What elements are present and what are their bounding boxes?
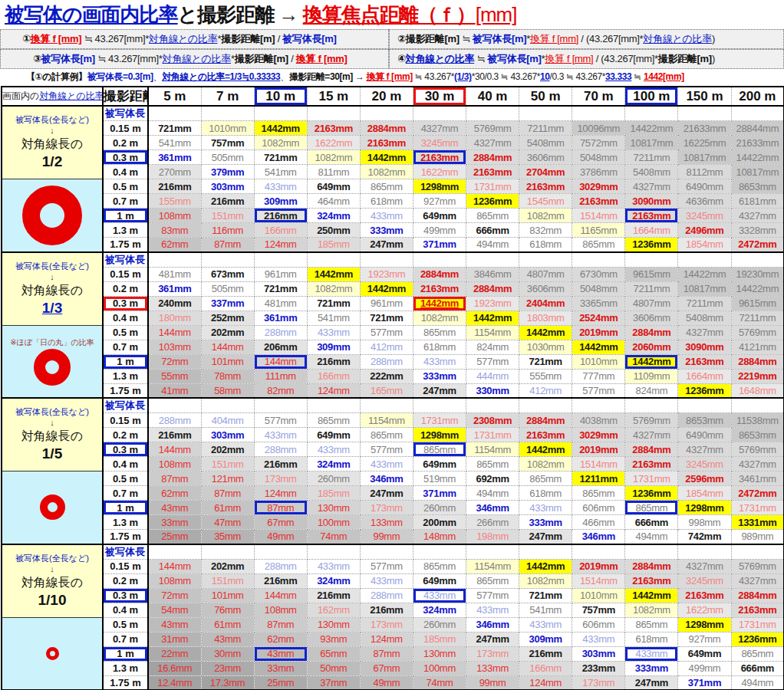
length-row-header: 0.5 m <box>103 472 148 486</box>
f-value-cell: 12.4mm <box>148 675 201 690</box>
formula4-seg-5[interactable]: 換算 f [mm] <box>545 53 593 64</box>
f-value-cell: 541mm <box>519 603 572 617</box>
f-value-cell: 151mm <box>201 573 254 588</box>
empty-cell <box>254 106 307 121</box>
f-value-cell: 216mm <box>148 428 201 442</box>
f-value-cell: 361mm <box>148 150 201 165</box>
example-seg-9[interactable]: (1/3) <box>454 71 472 82</box>
f-value-cell: 1923mm <box>466 296 519 310</box>
f-value-cell: 3786mm <box>572 165 625 179</box>
f-value-cell: 202mm <box>201 559 254 573</box>
f-value-cell: 330mm <box>466 383 519 398</box>
f-value-cell: 832mm <box>519 223 572 238</box>
f-value-cell: 74mm <box>413 675 466 690</box>
f-value-cell: 31mm <box>148 632 201 646</box>
f-value-cell: 87mm <box>254 501 307 515</box>
f-value-cell: 87mm <box>148 472 201 486</box>
length-row-header: 1.75 m <box>103 530 148 544</box>
group-label-1/5: 被写体長(全長など)↓対角線長の1/5 <box>2 398 103 472</box>
title-seg-0[interactable]: 被写体の画面内比率 <box>5 3 178 26</box>
f-value-cell: 433mm <box>625 646 678 661</box>
diagonal-label: 対角線長の <box>2 282 102 299</box>
f-value-cell: 577mm <box>254 413 307 428</box>
example-seg-11[interactable]: 10 <box>540 71 550 82</box>
formula4-seg-1[interactable]: 対角線との比率 <box>406 53 475 64</box>
example-seg-15[interactable]: 1442[mm] <box>644 71 684 82</box>
f-value-cell: 1082mm <box>307 281 360 296</box>
formula2-seg-8: ) <box>712 33 715 44</box>
f-value-cell: 5769mm <box>731 325 784 340</box>
f-value-cell: 6490mm <box>678 428 731 442</box>
f-value-cell: 216mm <box>201 194 254 209</box>
f-value-cell: 4327mm <box>678 325 731 340</box>
formula4-seg-3[interactable]: 被写体長[m] <box>487 53 541 64</box>
formula2-seg-3[interactable]: 被写体長[m] <box>473 33 526 44</box>
subject-label: 被写体長(全長など) <box>2 406 102 418</box>
f-value-cell: 1442mm <box>413 296 466 310</box>
f-value-cell: 247mm <box>519 530 572 544</box>
f-value-cell: 3245mm <box>413 136 466 150</box>
formula1-seg-1[interactable]: 換算 f [mm] <box>31 33 82 44</box>
formula3-seg-1[interactable]: 被写体長[m] <box>41 53 95 64</box>
subject-label: 被写体長(全長など) <box>2 553 102 564</box>
f-value-cell: 173mm <box>572 675 625 690</box>
f-value-cell: 606mm <box>572 501 625 515</box>
f-value-cell: 3245mm <box>678 573 731 588</box>
formula3-seg-3[interactable]: 対角線との比率 <box>162 53 231 64</box>
f-value-cell: 9615mm <box>731 296 784 310</box>
f-value-cell: 43mm <box>254 646 307 661</box>
f-value-cell: 433mm <box>360 209 413 223</box>
empty-cell <box>519 544 572 560</box>
f-value-cell: 25mm <box>254 675 307 690</box>
formula3-seg-7[interactable]: 換算 f [mm] <box>296 53 348 64</box>
formula1-seg-0: ① <box>22 33 31 44</box>
length-row-header: 0.5 m <box>103 617 148 632</box>
f-value-cell: 2524mm <box>572 310 625 325</box>
f-value-cell: 7211mm <box>731 310 784 325</box>
f-value-cell: 288mm <box>148 413 201 428</box>
hinomaru-note: ※ほぼ「日の丸」の比率 <box>10 337 94 347</box>
formula-4: ④対角線との比率 ≒ 被写体長[m]*換算 f [mm] / (43.267[m… <box>389 49 784 69</box>
formula2-seg-7[interactable]: 対角線との比率 <box>643 33 712 44</box>
f-value-cell: 58mm <box>201 383 254 398</box>
f-value-cell: 7572mm <box>572 136 625 150</box>
example-seg-3[interactable]: 対角線との比率=1/3≒0.33333 <box>162 71 280 82</box>
title-seg-4[interactable]: 換算焦点距離（ｆ） <box>303 3 476 26</box>
f-value-cell: 433mm <box>413 354 466 369</box>
f-value-cell: 206mm <box>254 340 307 354</box>
example-seg-1[interactable]: 被写体長=0.3[m] <box>87 71 153 82</box>
length-row-header: 1.75 m <box>103 675 148 690</box>
diagonal-ratio-link[interactable]: 対角線との比率 <box>39 90 103 101</box>
formula1-seg-7[interactable]: 被写体長[m] <box>282 33 336 44</box>
f-value-cell: 433mm <box>254 428 307 442</box>
empty-cell <box>413 398 466 413</box>
example-seg-13[interactable]: 33.333 <box>605 71 631 82</box>
f-value-cell: 324mm <box>307 573 360 588</box>
formula2-seg-5[interactable]: 換算 f [mm] <box>530 33 578 44</box>
f-value-cell: 10817mm <box>678 281 731 296</box>
down-arrow-icon: ↓ <box>2 418 102 428</box>
length-row-header: 0.3 m <box>103 150 148 165</box>
empty-cell <box>625 252 678 268</box>
formula1-seg-3[interactable]: 対角線との比率 <box>149 33 218 44</box>
example-seg-12: /0.3 ≒ 43.267* <box>550 71 606 82</box>
formula-3: ③被写体長[m] ≒ 43.267[mm]*対角線との比率*撮影距離[m] / … <box>0 49 389 69</box>
example-seg-7[interactable]: 換算 f [mm] <box>366 71 412 82</box>
f-value-cell: 216mm <box>148 179 201 194</box>
f-value-cell: 151mm <box>201 457 254 472</box>
title-seg-5[interactable]: [mm] <box>476 3 517 26</box>
f-value-cell: 288mm <box>360 354 413 369</box>
f-value-cell: 7211mm <box>678 296 731 310</box>
f-value-cell: 865mm <box>307 413 360 428</box>
f-value-cell: 721mm <box>307 296 360 310</box>
f-value-cell: 288mm <box>360 588 413 603</box>
empty-cell <box>519 106 572 121</box>
f-value-cell: 37mm <box>307 675 360 690</box>
f-value-cell: 433mm <box>360 457 413 472</box>
f-value-cell: 14422mm <box>731 150 784 165</box>
length-row-header: 0.5 m <box>103 325 148 340</box>
distance-header-cell: 撮影距離 <box>103 87 148 106</box>
distance-col-header: 50 m <box>519 87 572 106</box>
ratio-value[interactable]: 1/3 <box>2 299 102 317</box>
f-value-cell: 649mm <box>413 573 466 588</box>
